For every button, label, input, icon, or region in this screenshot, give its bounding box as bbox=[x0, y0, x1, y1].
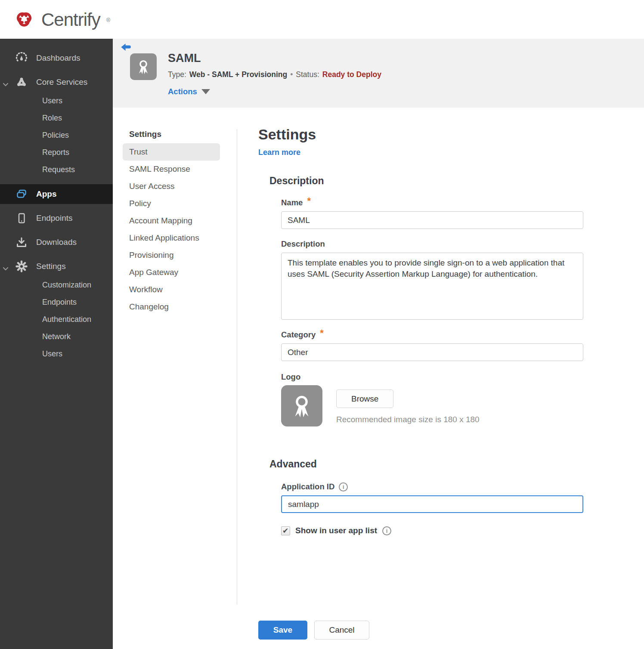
description-label: Description bbox=[281, 239, 325, 249]
sidebar-item-label: Downloads bbox=[36, 238, 77, 247]
subnav-item-workflow[interactable]: Workflow bbox=[123, 281, 220, 298]
show-in-user-app-list-label: Show in user app list bbox=[295, 526, 377, 535]
sidebar-item-settings[interactable]: Settings bbox=[0, 257, 113, 276]
apps-icon bbox=[15, 188, 28, 200]
sidebar-item-label: Dashboards bbox=[36, 53, 80, 63]
brand-name: Centrify bbox=[41, 9, 100, 30]
app-meta: Type: Web - SAML + Provisioning • Status… bbox=[168, 70, 381, 79]
category-field[interactable] bbox=[281, 343, 583, 361]
sidebar-item-settings-users[interactable]: Users bbox=[0, 345, 113, 362]
top-bar: Centrify ® bbox=[0, 0, 644, 39]
sidebar-item-label: Endpoints bbox=[36, 213, 73, 223]
status-value: Ready to Deploy bbox=[322, 70, 381, 79]
sidebar-item-users[interactable]: Users bbox=[0, 92, 113, 109]
name-label: Name bbox=[281, 198, 303, 207]
settings-subnav: Settings Trust SAML Response User Access… bbox=[123, 126, 220, 315]
actions-dropdown[interactable]: Actions bbox=[168, 87, 381, 96]
subnav-item-app-gateway[interactable]: App Gateway bbox=[123, 264, 220, 281]
caret-down-icon bbox=[201, 89, 210, 94]
sidebar-item-reports[interactable]: Reports bbox=[0, 144, 113, 161]
subnav-item-trust[interactable]: Trust bbox=[123, 143, 220, 161]
save-button[interactable]: Save bbox=[258, 621, 307, 640]
category-label: Category bbox=[281, 330, 316, 340]
learn-more-link[interactable]: Learn more bbox=[258, 148, 300, 157]
name-field[interactable] bbox=[281, 211, 583, 229]
vertical-divider bbox=[237, 129, 237, 605]
centrify-swirl-icon bbox=[12, 7, 36, 33]
subnav-item-user-access[interactable]: User Access bbox=[123, 178, 220, 195]
app-header: SAML Type: Web - SAML + Provisioning • S… bbox=[113, 39, 644, 108]
cancel-button[interactable]: Cancel bbox=[314, 621, 369, 640]
sidebar-item-label: Settings bbox=[36, 262, 66, 271]
app-title: SAML bbox=[168, 52, 381, 65]
core-services-icon bbox=[15, 76, 28, 88]
sidebar-item-customization[interactable]: Customization bbox=[0, 276, 113, 294]
sidebar-item-downloads[interactable]: Downloads bbox=[0, 232, 113, 252]
sidebar-item-label: Core Services bbox=[36, 77, 87, 87]
type-label: Type: bbox=[168, 70, 186, 79]
sidebar-item-dashboards[interactable]: Dashboards bbox=[0, 48, 113, 68]
sidebar-item-apps[interactable]: Apps bbox=[0, 184, 113, 204]
ribbon-icon bbox=[287, 391, 316, 420]
device-icon bbox=[15, 212, 28, 224]
sidebar-item-network[interactable]: Network bbox=[0, 328, 113, 345]
settings-form: Settings Learn more Description Name * D… bbox=[258, 126, 585, 535]
logo-size-hint: Recommended image size is 180 x 180 bbox=[336, 415, 480, 424]
sidebar-item-core-services[interactable]: Core Services bbox=[0, 72, 113, 92]
status-label: Status: bbox=[296, 70, 319, 79]
chevron-down-icon bbox=[3, 264, 9, 273]
subnav-item-account-mapping[interactable]: Account Mapping bbox=[123, 212, 220, 229]
registered-mark: ® bbox=[106, 17, 111, 23]
required-asterisk: * bbox=[320, 331, 324, 335]
sidebar-item-roles[interactable]: Roles bbox=[0, 109, 113, 127]
app-logo bbox=[130, 53, 157, 80]
page-title: Settings bbox=[258, 126, 585, 143]
show-in-user-app-list-checkbox[interactable] bbox=[281, 526, 290, 535]
sidebar-item-label: Apps bbox=[36, 189, 57, 199]
subnav-item-policy[interactable]: Policy bbox=[123, 195, 220, 212]
info-icon[interactable] bbox=[382, 526, 391, 535]
application-id-field[interactable] bbox=[281, 495, 583, 513]
sidebar-item-requests[interactable]: Requests bbox=[0, 161, 113, 178]
back-arrow-icon[interactable] bbox=[120, 41, 133, 54]
logo-label: Logo bbox=[281, 372, 300, 382]
chevron-down-icon bbox=[3, 80, 9, 89]
brand-logo[interactable]: Centrify ® bbox=[0, 0, 644, 33]
form-footer: Save Cancel bbox=[258, 621, 369, 640]
subnav-header: Settings bbox=[123, 126, 220, 143]
gauge-icon bbox=[15, 52, 28, 64]
required-asterisk: * bbox=[307, 199, 311, 203]
sidebar-item-settings-endpoints[interactable]: Endpoints bbox=[0, 294, 113, 311]
application-id-label: Application ID bbox=[281, 482, 334, 491]
sidebar-item-policies[interactable]: Policies bbox=[0, 127, 113, 144]
gear-icon bbox=[15, 260, 28, 272]
advanced-section-heading: Advanced bbox=[269, 458, 585, 470]
ribbon-icon bbox=[134, 57, 153, 76]
browse-button[interactable]: Browse bbox=[336, 389, 393, 408]
logo-preview bbox=[281, 385, 322, 426]
subnav-item-changelog[interactable]: Changelog bbox=[123, 298, 220, 315]
subnav-item-saml-response[interactable]: SAML Response bbox=[123, 161, 220, 178]
sidebar-item-endpoints[interactable]: Endpoints bbox=[0, 208, 113, 228]
subnav-item-provisioning[interactable]: Provisioning bbox=[123, 247, 220, 264]
download-icon bbox=[15, 236, 28, 248]
sidebar-item-authentication[interactable]: Authentication bbox=[0, 311, 113, 328]
info-icon[interactable] bbox=[339, 482, 348, 491]
description-field[interactable]: This template enables you to provide sin… bbox=[281, 253, 583, 320]
actions-label: Actions bbox=[168, 87, 197, 96]
sidebar: Dashboards Core Services Users Roles Pol… bbox=[0, 39, 113, 649]
subnav-item-linked-applications[interactable]: Linked Applications bbox=[123, 229, 220, 247]
description-section-heading: Description bbox=[269, 175, 585, 187]
type-value: Web - SAML + Provisioning bbox=[189, 70, 287, 79]
separator-dot: • bbox=[290, 70, 293, 79]
